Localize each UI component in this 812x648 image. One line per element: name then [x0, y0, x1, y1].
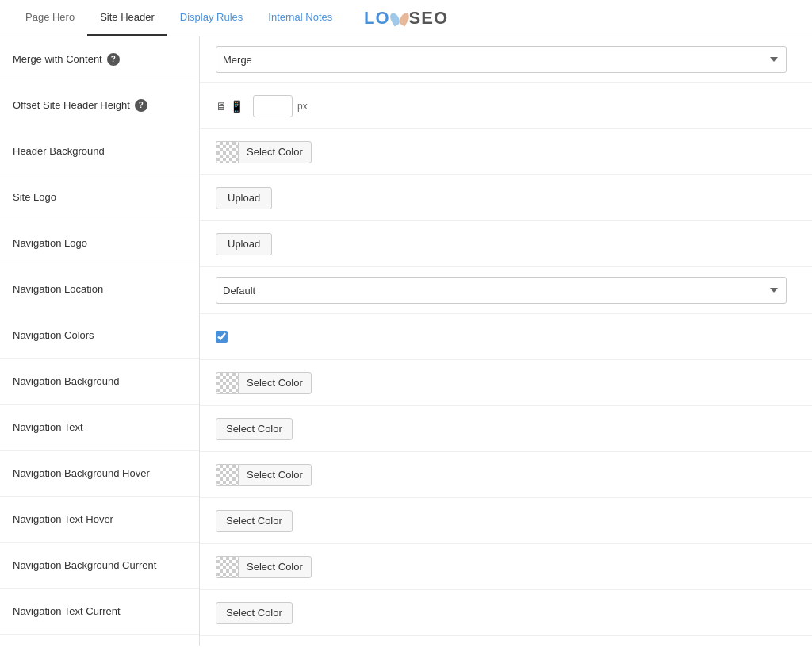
main-content: Merge with Content ? Offset Site Header …: [0, 36, 812, 646]
navigation-background-hover-select-btn[interactable]: Select Color: [238, 464, 312, 486]
label-navigation-text-current: Navigation Text Current: [13, 605, 121, 617]
px-input-group: 🖥 📱 px: [216, 95, 308, 117]
navigation-location-select[interactable]: Default Left Center Right: [216, 277, 787, 304]
control-navigation-text-current: Select Color: [200, 590, 812, 636]
tab-site-header[interactable]: Site Header: [87, 0, 167, 36]
label-navigation-text-hover: Navigation Text Hover: [13, 513, 113, 525]
navigation-background-checker: [216, 372, 238, 394]
label-navigation-background-hover: Navigation Background Hover: [13, 467, 150, 479]
field-navigation-background: Navigation Background: [0, 359, 199, 405]
control-navigation-text: Select Color: [200, 406, 812, 452]
label-site-logo: Site Logo: [13, 191, 56, 203]
label-merge-with-content: Merge with Content ?: [13, 53, 120, 66]
control-navigation-logo: Upload: [200, 221, 812, 267]
desktop-icon: 🖥: [216, 100, 227, 113]
navigation-text-current-select-btn[interactable]: Select Color: [216, 602, 293, 624]
control-navigation-text-hover: Select Color: [200, 498, 812, 544]
field-navigation-location: Navigation Location: [0, 266, 199, 312]
brand-logo: LOSEO: [364, 8, 448, 29]
control-navigation-background-hover: Select Color: [200, 452, 812, 498]
controls-panel: Merge Do Not Merge 🖥 📱 px: [200, 36, 812, 646]
navigation-background-select-btn[interactable]: Select Color: [238, 372, 312, 394]
navigation-background-current-checker: [216, 556, 238, 578]
navigation-background-current-select-btn[interactable]: Select Color: [238, 556, 312, 578]
tab-bar: Page Hero Site Header Display Rules Inte…: [0, 0, 812, 36]
control-header-background: Select Color: [200, 129, 812, 175]
px-unit-label: px: [297, 101, 308, 112]
labels-panel: Merge with Content ? Offset Site Header …: [0, 36, 200, 646]
navigation-background-current-color-group: Select Color: [216, 556, 312, 578]
field-navigation-background-current: Navigation Background Current: [0, 543, 199, 589]
control-site-logo: Upload: [200, 175, 812, 221]
navigation-colors-checkbox[interactable]: [216, 331, 228, 343]
field-navigation-text: Navigation Text: [0, 405, 199, 451]
header-background-checker: [216, 141, 238, 163]
navigation-text-select-btn[interactable]: Select Color: [216, 418, 293, 440]
header-background-select-btn[interactable]: Select Color: [238, 141, 312, 163]
label-navigation-background: Navigation Background: [13, 375, 119, 387]
offset-px-input[interactable]: [253, 95, 293, 117]
navigation-background-hover-color-group: Select Color: [216, 464, 312, 486]
control-navigation-background: Select Color: [200, 360, 812, 406]
logo-text-seo: SEO: [409, 8, 448, 28]
tab-display-rules[interactable]: Display Rules: [167, 0, 255, 36]
navigation-text-hover-select-btn[interactable]: Select Color: [216, 510, 293, 532]
logo-leaf1-icon: [388, 11, 401, 26]
label-navigation-colors: Navigation Colors: [13, 329, 94, 341]
mobile-icon: 📱: [230, 100, 243, 113]
control-navigation-location: Default Left Center Right: [200, 267, 812, 314]
device-icons: 🖥 📱: [216, 100, 243, 113]
control-offset-site-header-height: 🖥 📱 px: [200, 83, 812, 129]
page-wrapper: Page Hero Site Header Display Rules Inte…: [0, 0, 812, 648]
field-navigation-text-hover: Navigation Text Hover: [0, 497, 199, 543]
field-offset-site-header-height: Offset Site Header Height ?: [0, 82, 199, 128]
merge-with-content-select[interactable]: Merge Do Not Merge: [216, 46, 787, 73]
control-merge-with-content: Merge Do Not Merge: [200, 36, 812, 83]
label-header-background: Header Background: [13, 145, 105, 157]
label-offset-site-header-height: Offset Site Header Height ?: [13, 99, 147, 112]
field-merge-with-content: Merge with Content ?: [0, 36, 199, 82]
help-icon-offset[interactable]: ?: [135, 99, 147, 112]
field-navigation-background-hover: Navigation Background Hover: [0, 451, 199, 497]
label-navigation-location: Navigation Location: [13, 283, 103, 295]
field-navigation-logo: Navigation Logo: [0, 220, 199, 266]
field-header-background: Header Background: [0, 128, 199, 174]
help-icon-merge[interactable]: ?: [107, 53, 120, 66]
logo-leaf2-icon: [397, 11, 411, 26]
site-logo-upload-btn[interactable]: Upload: [216, 187, 272, 209]
navigation-background-color-group: Select Color: [216, 372, 312, 394]
navigation-logo-upload-btn[interactable]: Upload: [216, 233, 272, 255]
field-site-logo: Site Logo: [0, 174, 199, 220]
label-navigation-text: Navigation Text: [13, 421, 83, 433]
tab-internal-notes[interactable]: Internal Notes: [255, 0, 345, 36]
control-navigation-background-current: Select Color: [200, 544, 812, 590]
label-navigation-background-current: Navigation Background Current: [13, 559, 156, 571]
control-navigation-colors: [200, 314, 812, 360]
label-navigation-logo: Navigation Logo: [13, 237, 87, 249]
navigation-background-hover-checker: [216, 464, 238, 486]
field-navigation-colors: Navigation Colors: [0, 312, 199, 359]
tab-page-hero[interactable]: Page Hero: [13, 0, 87, 36]
header-background-color-group: Select Color: [216, 141, 312, 163]
field-navigation-text-current: Navigation Text Current: [0, 589, 199, 635]
logo-text-lo: LO: [364, 8, 390, 28]
